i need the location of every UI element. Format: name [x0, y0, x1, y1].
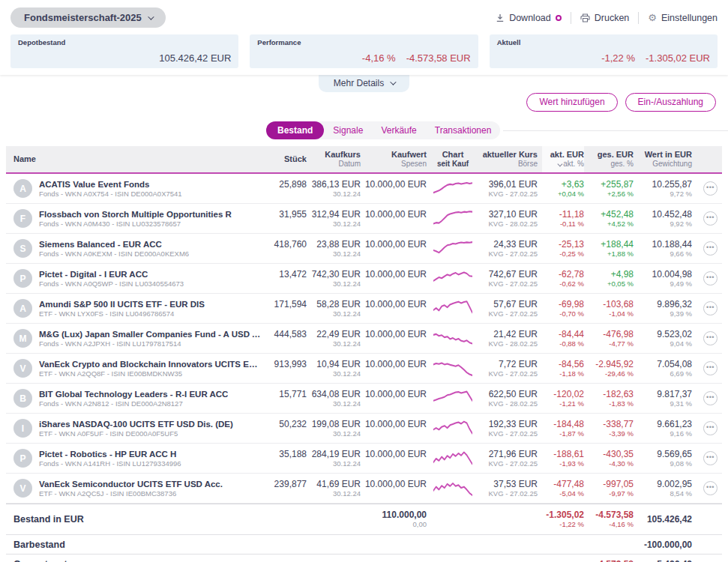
table-row: S Siemens Balanced - EUR ACC Fonds - WKN… [6, 234, 722, 264]
avatar: S [13, 239, 32, 258]
card-performance: Performance -4,16 % -4.573,58 EUR [250, 34, 478, 68]
fund-info: Fonds - WKN A0X754 - ISIN DE000A0X7541 [39, 190, 182, 199]
printer-icon [580, 13, 590, 22]
current-price-cell: 396,01 EUR KVG - 27.02.25 [479, 179, 538, 199]
shares-cell: 913,993 [265, 359, 307, 378]
portfolio-selector[interactable]: Fondsmeisterschaft-2025 [10, 7, 166, 28]
current-price-cell: 57,67 EUR KVG - 27.02.25 [479, 299, 538, 318]
fund-name-link[interactable]: Siemens Balanced - EUR ACC [39, 239, 189, 250]
sparkline-chart[interactable] [431, 179, 475, 199]
footer-bestand-row: Bestand in EUR 110.000,00 0,00 -1.305,02… [6, 504, 722, 535]
sparkline-chart[interactable] [431, 449, 475, 468]
chevron-down-icon [148, 13, 154, 19]
shares-cell: 418,760 [265, 239, 307, 259]
fund-name-link[interactable]: Flossbach von Storch Multiple Opportunit… [39, 209, 232, 220]
row-menu-button[interactable]: ••• [703, 181, 718, 196]
row-menu-button[interactable]: ••• [703, 241, 718, 256]
shares-cell: 50,232 [265, 419, 307, 438]
row-menu-button[interactable]: ••• [703, 331, 718, 345]
table-row: V VanEck Semiconductor UCITS ETF USD Acc… [6, 474, 722, 504]
menu-cell: ••• [697, 331, 718, 345]
buy-price-cell: 199,08 EUR 30.12.24 [311, 419, 361, 438]
value-cell: 10.004,98 9,49 % [638, 269, 692, 288]
ges-eur-cell: +188,44 +1,88 % [589, 239, 634, 259]
header-buy-price[interactable]: Kaufkurs Datum [311, 146, 361, 172]
fund-name-link[interactable]: VanEck Semiconductor UCITS ETF USD Acc. [39, 479, 223, 489]
fund-name-link[interactable]: iShares NASDAQ-100 UCITS ETF USD Dis. (D… [39, 419, 233, 429]
sparkline-chart[interactable] [431, 209, 475, 229]
gesamt-ges-eur: -4.573,58 [595, 559, 634, 562]
header-current-price[interactable]: aktueller Kurs Börse [479, 146, 538, 172]
tab-bestand[interactable]: Bestand [266, 121, 324, 139]
header-shares[interactable]: Stück [265, 146, 307, 172]
table-row: A ACATIS Value Event Fonds Fonds - WKN A… [6, 174, 722, 204]
sparkline-icon [433, 239, 472, 259]
fund-info: Fonds - WKN A2N812 - ISIN DE000A2N8127 [39, 399, 228, 408]
avatar: M [13, 329, 32, 348]
buy-price-cell: 58,28 EUR 30.12.24 [311, 299, 361, 318]
table-row: V VanEck Crypto and Blockchain Innovator… [6, 354, 722, 384]
avatar: I [13, 419, 32, 438]
akt-eur-cell: -62,78 -0,62 % [542, 269, 584, 288]
row-menu-button[interactable]: ••• [703, 481, 718, 495]
fund-name-link[interactable]: M&G (Lux) Japan Smaller Companies Fund -… [39, 329, 261, 339]
row-menu-button[interactable]: ••• [703, 211, 718, 226]
header-chart[interactable]: Chart seit Kauf [431, 146, 475, 172]
header-name[interactable]: Name [13, 146, 261, 172]
total-spesen: 0,00 [413, 520, 427, 529]
table-row: A Amundi S&P 500 II UCITS ETF - EUR DIS … [6, 294, 722, 324]
sparkline-chart[interactable] [431, 359, 475, 378]
row-menu-button[interactable]: ••• [703, 361, 718, 375]
row-menu-button[interactable]: ••• [703, 451, 718, 465]
settings-button[interactable]: ⚙ Einstellungen [648, 12, 718, 23]
print-button[interactable]: Drucken [580, 13, 630, 23]
portfolio-actions: Wert hinzufügen Ein-/Auszahlung [0, 91, 728, 112]
download-label: Download [509, 13, 551, 23]
total-ges-pct: -4,16 % [609, 520, 634, 529]
fund-name-link[interactable]: VanEck Crypto and Blockchain Innovators … [39, 359, 261, 369]
sparkline-chart[interactable] [431, 239, 475, 259]
shares-cell: 239,877 [265, 479, 307, 498]
buy-price-cell: 22,49 EUR 30.12.24 [311, 329, 361, 348]
fund-name-link[interactable]: Amundi S&P 500 II UCITS ETF - EUR DIS [39, 299, 205, 309]
buy-value-cell: 10.000,00 EUR [365, 479, 427, 498]
sparkline-chart[interactable] [431, 269, 475, 288]
cash-in-out-button[interactable]: Ein-/Auszahlung [625, 93, 716, 112]
header-akt-eur[interactable]: akt. EUR akt. % [542, 146, 584, 172]
buy-price-cell: 23,88 EUR 30.12.24 [311, 239, 361, 259]
add-value-button[interactable]: Wert hinzufügen [526, 93, 617, 112]
tab-transaktionen[interactable]: Transaktionen [426, 121, 501, 139]
more-details-button[interactable]: Mehr Details [319, 75, 409, 92]
row-menu-button[interactable]: ••• [703, 421, 718, 435]
shares-cell: 35,188 [265, 449, 307, 468]
sparkline-chart[interactable] [431, 299, 475, 318]
sparkline-chart[interactable] [431, 329, 475, 348]
total-buy-value: 110.000,00 [382, 510, 427, 520]
row-menu-button[interactable]: ••• [703, 271, 718, 285]
ges-eur-cell: -476,98 -4,77 % [589, 329, 634, 348]
buy-value-cell: 10.000,00 EUR [365, 269, 427, 288]
sparkline-chart[interactable] [431, 479, 475, 498]
sparkline-chart[interactable] [431, 389, 475, 408]
sparkline-chart[interactable] [431, 419, 475, 438]
sparkline-icon [433, 449, 472, 468]
header-ges-eur[interactable]: ges. EUR ges. % [589, 146, 634, 172]
table-row: I iShares NASDAQ-100 UCITS ETF USD Dis. … [6, 414, 722, 444]
fund-info: ETF - WKN LYX0FS - ISIN LU0496786574 [39, 309, 205, 318]
tab-signale[interactable]: Signale [324, 121, 372, 139]
row-menu-button[interactable]: ••• [703, 301, 718, 315]
fund-name-link[interactable]: BIT Global Technology Leaders - R-I EUR … [39, 389, 228, 399]
ellipsis-icon: ••• [706, 304, 715, 311]
download-badge-icon [556, 15, 562, 21]
divider [571, 12, 571, 24]
fund-name-link[interactable]: ACATIS Value Event Fonds [39, 179, 182, 190]
header-value[interactable]: Wert in EUR Gewichtung [638, 146, 692, 172]
download-button[interactable]: Download [496, 13, 562, 23]
fund-name-link[interactable]: Pictet - Robotics - HP EUR ACC H [39, 449, 181, 459]
ges-eur-cell: -430,35 -4,30 % [589, 449, 634, 468]
header-buy-value[interactable]: Kaufwert Spesen [365, 146, 427, 172]
tab-verkaeufe[interactable]: Verkäufe [372, 121, 425, 139]
fund-name-link[interactable]: Pictet - Digital - I EUR ACC [39, 269, 184, 280]
row-menu-button[interactable]: ••• [703, 391, 718, 405]
gear-icon: ⚙ [648, 12, 657, 23]
